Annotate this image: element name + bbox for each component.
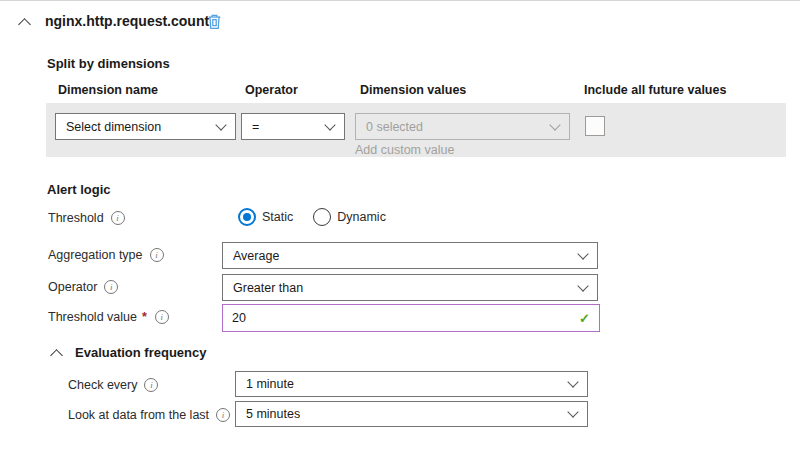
chevron-down-icon: [549, 119, 560, 130]
check-every-label: Check every: [68, 378, 137, 392]
aggregation-type-dropdown-value: Average: [233, 249, 279, 263]
aggregation-type-dropdown[interactable]: Average: [222, 242, 598, 269]
dimension-operator-dropdown-value: =: [252, 120, 259, 134]
static-radio[interactable]: [238, 208, 256, 226]
delete-metric-button[interactable]: [206, 13, 223, 30]
dynamic-radio[interactable]: [313, 208, 331, 226]
threshold-value-label: Threshold value: [48, 310, 137, 324]
info-icon[interactable]: [104, 280, 118, 294]
check-every-dropdown[interactable]: 1 minute: [235, 371, 588, 397]
collapse-eval-frequency-chevron[interactable]: [52, 351, 61, 360]
dynamic-radio-label: Dynamic: [337, 210, 386, 224]
aggregation-type-label-row: Aggregation type: [48, 248, 164, 262]
trash-icon: [206, 13, 223, 30]
check-every-label-row: Check every: [68, 378, 158, 392]
threshold-label-row: Threshold: [48, 211, 125, 225]
chevron-up-icon: [50, 349, 63, 362]
required-asterisk: *: [142, 310, 147, 324]
alert-logic-heading: Alert logic: [47, 182, 111, 197]
dimension-name-dropdown-value: Select dimension: [66, 120, 161, 134]
chevron-down-icon: [567, 376, 578, 387]
lookback-dropdown[interactable]: 5 minutes: [235, 401, 588, 427]
metric-title: nginx.http.request.count: [45, 13, 209, 29]
info-icon[interactable]: [155, 310, 169, 324]
static-radio-label: Static: [262, 210, 293, 224]
chevron-down-icon: [324, 119, 335, 130]
col-operator: Operator: [245, 83, 298, 97]
info-icon[interactable]: [216, 408, 230, 422]
check-every-dropdown-value: 1 minute: [246, 377, 294, 391]
threshold-value-label-row: Threshold value *: [48, 310, 169, 324]
col-dimension-values: Dimension values: [360, 83, 466, 97]
dimension-name-dropdown[interactable]: Select dimension: [55, 113, 236, 140]
operator-dropdown[interactable]: Greater than: [222, 274, 598, 301]
info-icon[interactable]: [150, 248, 164, 262]
chevron-down-icon: [577, 248, 588, 259]
operator-dropdown-value: Greater than: [233, 281, 303, 295]
col-include-future-values: Include all future values: [584, 83, 726, 97]
split-by-dimensions-heading: Split by dimensions: [47, 56, 170, 71]
lookback-label-row: Look at data from the last: [68, 408, 230, 422]
collapse-metric-chevron-icon[interactable]: [20, 20, 29, 29]
dimension-values-dropdown-value: 0 selected: [366, 120, 423, 134]
operator-label-row: Operator: [48, 280, 118, 294]
info-icon[interactable]: [144, 378, 158, 392]
threshold-label: Threshold: [48, 211, 104, 225]
include-future-values-checkbox[interactable]: [585, 116, 605, 136]
chevron-down-icon: [215, 119, 226, 130]
lookback-dropdown-value: 5 minutes: [246, 407, 300, 421]
col-dimension-name: Dimension name: [58, 83, 158, 97]
alert-condition-panel: nginx.http.request.count Split by dimens…: [0, 0, 800, 454]
chevron-up-icon: [18, 18, 31, 31]
chevron-down-icon: [567, 406, 578, 417]
evaluation-frequency-heading: Evaluation frequency: [75, 345, 206, 360]
threshold-mode-group: Static Dynamic: [238, 208, 386, 226]
info-icon[interactable]: [111, 211, 125, 225]
threshold-value-input[interactable]: 20: [222, 304, 600, 332]
chevron-down-icon: [577, 280, 588, 291]
threshold-value-input-value: 20: [232, 311, 246, 325]
panel-top-divider: [0, 0, 800, 1]
add-custom-value-link[interactable]: Add custom value: [355, 143, 454, 157]
valid-check-icon: [579, 311, 590, 326]
aggregation-type-label: Aggregation type: [48, 248, 143, 262]
dimension-values-dropdown[interactable]: 0 selected: [355, 113, 570, 140]
dimension-operator-dropdown[interactable]: =: [241, 113, 345, 140]
operator-label: Operator: [48, 280, 97, 294]
lookback-label: Look at data from the last: [68, 408, 209, 422]
